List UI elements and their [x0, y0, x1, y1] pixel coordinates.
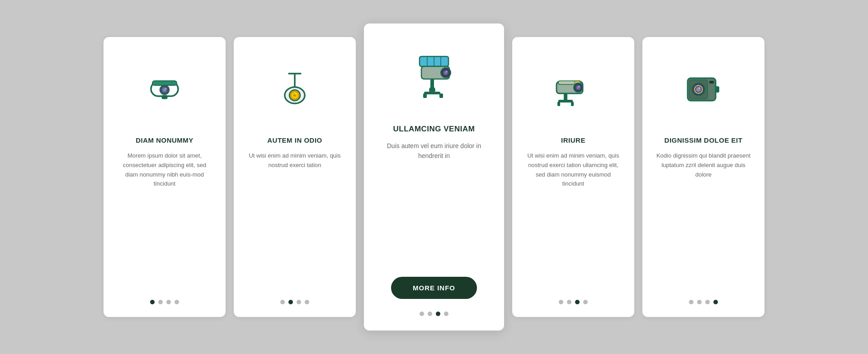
- cctv-camera-icon: [402, 48, 466, 107]
- dot-5-3: [713, 300, 718, 304]
- dot-1-1: [158, 300, 163, 304]
- svg-rect-48: [709, 81, 714, 84]
- dot-4-2: [575, 300, 580, 304]
- outdoor-camera-icon: [548, 65, 598, 114]
- card-1-title: DIAM NONUMMY: [136, 136, 193, 144]
- dot-5-2: [705, 300, 710, 304]
- card-ullamcing-veniam: ULLAMCING VENIAM Duis autem vel eum iriu…: [364, 23, 504, 331]
- svg-rect-6: [162, 95, 167, 99]
- dot-1-0: [150, 300, 155, 304]
- dot-5-0: [689, 300, 693, 304]
- dot-2-3: [305, 300, 309, 304]
- dot-3-0: [420, 312, 424, 316]
- card-5-description: Kodio dignissim qui blandit praesent lup…: [655, 151, 752, 287]
- card-3-dots: [420, 312, 448, 316]
- svg-rect-36: [564, 93, 567, 101]
- more-info-button[interactable]: MORE INFO: [391, 277, 477, 299]
- card-3-description: Duis autem vel eum iriure dolor in hendr…: [379, 141, 489, 266]
- card-4-title: IRIURE: [561, 136, 585, 144]
- dot-1-2: [166, 300, 171, 304]
- svg-rect-37: [558, 100, 573, 102]
- card-1-dots: [150, 300, 179, 304]
- svg-point-23: [446, 71, 448, 72]
- dot-5-1: [697, 300, 702, 304]
- dot-4-1: [567, 300, 571, 304]
- roll-camera-icon: [270, 65, 320, 114]
- card-3-title: ULLAMCING VENIAM: [393, 125, 475, 134]
- card-3-icon-area: [379, 42, 489, 114]
- dome-camera-icon: [140, 65, 189, 114]
- dot-3-2: [436, 312, 440, 316]
- dot-4-0: [559, 300, 563, 304]
- dot-3-3: [444, 312, 448, 316]
- card-diam-nonummy: DIAM NONUMMY Morem ipsum dolor sit amet,…: [104, 37, 226, 317]
- dot-3-1: [428, 312, 432, 316]
- svg-point-5: [165, 88, 167, 89]
- dot-2-0: [280, 300, 285, 304]
- cards-container: DIAM NONUMMY Morem ipsum dolor sit amet,…: [76, 5, 792, 349]
- dot-2-1: [288, 300, 293, 304]
- svg-rect-39: [571, 102, 574, 106]
- card-1-description: Morem ipsum dolor sit amet, consectetuer…: [116, 151, 213, 287]
- card-dignissim-doloe-eit: DIGNISSIM DOLOE EIT Kodio dignissim qui …: [642, 37, 764, 317]
- card-4-description: Ut wisi enim ad minim veniam, quis nostr…: [525, 151, 622, 287]
- svg-point-46: [698, 87, 700, 89]
- svg-rect-27: [423, 93, 427, 98]
- card-2-icon-area: [246, 53, 343, 126]
- card-2-title: AUTEM IN ODIO: [267, 136, 322, 144]
- box-camera-icon: [679, 65, 728, 114]
- card-5-icon-area: [655, 53, 752, 126]
- dot-1-3: [175, 300, 179, 304]
- svg-rect-1: [152, 81, 177, 85]
- card-2-description: Ut wisi enim ad minim veniam, quis nostr…: [246, 151, 343, 287]
- dot-4-3: [583, 300, 588, 304]
- svg-point-14: [295, 93, 297, 95]
- svg-rect-38: [557, 102, 560, 106]
- card-autem-in-odio: AUTEM IN ODIO Ut wisi enim ad minim veni…: [234, 37, 356, 317]
- card-4-dots: [559, 300, 588, 304]
- card-5-title: DIGNISSIM DOLOE EIT: [665, 136, 743, 144]
- dot-2-2: [297, 300, 301, 304]
- card-4-icon-area: [525, 53, 622, 126]
- card-iriure: IRIURE Ut wisi enim ad minim veniam, qui…: [512, 37, 634, 317]
- card-1-icon-area: [116, 53, 213, 126]
- svg-rect-47: [716, 86, 719, 93]
- svg-rect-28: [439, 93, 443, 98]
- svg-point-35: [579, 86, 580, 87]
- card-5-dots: [689, 300, 718, 304]
- card-2-dots: [280, 300, 309, 304]
